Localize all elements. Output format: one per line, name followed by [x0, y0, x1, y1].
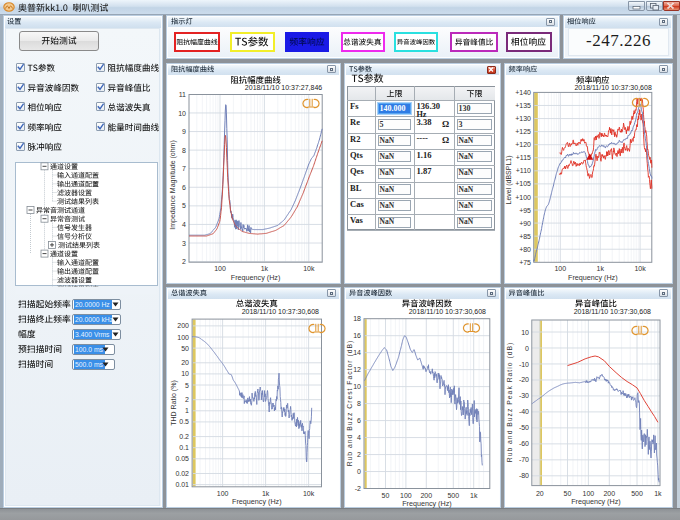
svg-text:1k: 1k	[261, 265, 269, 272]
svg-text:0.1: 0.1	[179, 444, 189, 451]
svg-text:-10: -10	[519, 361, 529, 368]
svg-text:Impedance Magnitude (ohm): Impedance Magnitude (ohm)	[169, 140, 177, 230]
svg-text:+130: +130	[515, 115, 531, 122]
svg-text:200: 200	[420, 492, 432, 499]
svg-text:0.01: 0.01	[175, 481, 189, 488]
svg-text:-20: -20	[519, 376, 529, 383]
svg-text:Frequency (Hz): Frequency (Hz)	[568, 273, 618, 282]
svg-text:10: 10	[353, 383, 361, 390]
svg-text:5: 5	[185, 382, 189, 389]
svg-text:+105: +105	[515, 180, 531, 187]
svg-text:10k: 10k	[303, 490, 315, 497]
svg-text:1k: 1k	[654, 490, 662, 497]
svg-text:2: 2	[182, 258, 186, 265]
svg-text:10k: 10k	[303, 265, 315, 272]
svg-text:8: 8	[357, 400, 361, 407]
svg-text:50: 50	[382, 492, 390, 499]
svg-text:0.2: 0.2	[179, 433, 189, 440]
svg-text:100: 100	[217, 490, 229, 497]
svg-text:3: 3	[182, 240, 186, 247]
svg-text:THD Ratio (%): THD Ratio (%)	[170, 380, 178, 426]
svg-text:500: 500	[631, 490, 643, 497]
svg-text:10k: 10k	[634, 265, 646, 272]
svg-text:Frequency (Hz): Frequency (Hz)	[232, 497, 282, 506]
svg-text:-50: -50	[519, 424, 529, 431]
svg-text:Rub and Buzz Peak Ratio (dB): Rub and Buzz Peak Ratio (dB)	[506, 342, 514, 463]
svg-text:1k: 1k	[470, 492, 478, 499]
svg-text:100: 100	[554, 265, 566, 272]
svg-text:6: 6	[182, 184, 186, 191]
svg-text:+75: +75	[519, 259, 531, 266]
svg-text:100: 100	[177, 334, 189, 341]
svg-text:5: 5	[182, 202, 186, 209]
svg-text:-30: -30	[519, 392, 529, 399]
svg-text:+85: +85	[519, 233, 531, 240]
svg-text:50: 50	[181, 345, 189, 352]
svg-text:16: 16	[353, 332, 361, 339]
svg-text:2018/11/10 10:37:30,608: 2018/11/10 10:37:30,608	[409, 308, 486, 315]
svg-text:100: 100	[400, 492, 412, 499]
svg-text:11: 11	[179, 91, 186, 98]
svg-text:0.5: 0.5	[179, 418, 189, 425]
svg-text:2: 2	[185, 396, 189, 403]
svg-text:-70: -70	[519, 456, 529, 463]
svg-text:1k: 1k	[262, 490, 270, 497]
svg-text:-2: -2	[355, 485, 361, 492]
svg-text:+115: +115	[516, 154, 531, 161]
svg-text:1k: 1k	[596, 265, 604, 272]
svg-text:20: 20	[536, 490, 544, 497]
svg-text:+140: +140	[515, 89, 531, 96]
svg-text:+110: +110	[516, 167, 531, 174]
svg-text:14: 14	[353, 349, 361, 356]
svg-text:10: 10	[521, 329, 529, 336]
svg-text:Frequency (Hz): Frequency (Hz)	[231, 273, 281, 282]
svg-text:+100: +100	[515, 194, 531, 201]
svg-text:Frequency (Hz): Frequency (Hz)	[402, 499, 452, 508]
svg-text:7: 7	[182, 165, 186, 172]
svg-text:2018/11/10 10:37:30,608: 2018/11/10 10:37:30,608	[242, 308, 319, 315]
svg-text:+120: +120	[515, 141, 531, 148]
svg-text:+125: +125	[515, 128, 531, 135]
svg-text:+135: +135	[515, 102, 531, 109]
svg-text:+95: +95	[519, 207, 531, 214]
svg-text:2018/11/10 10:37:30,608: 2018/11/10 10:37:30,608	[574, 84, 651, 91]
svg-text:0.05: 0.05	[175, 455, 189, 462]
svg-text:200: 200	[603, 490, 615, 497]
svg-text:200: 200	[177, 322, 189, 329]
svg-text:100: 100	[214, 265, 226, 272]
svg-text:10: 10	[178, 110, 186, 117]
svg-text:2: 2	[357, 451, 361, 458]
svg-text:Rub and Buzz Crest Factor (dB): Rub and Buzz Crest Factor (dB)	[346, 340, 354, 467]
svg-text:Frequency (Hz): Frequency (Hz)	[571, 497, 621, 506]
svg-text:1: 1	[185, 407, 189, 414]
svg-text:+80: +80	[519, 246, 531, 253]
svg-text:0.02: 0.02	[175, 470, 189, 477]
svg-text:4: 4	[357, 434, 361, 441]
svg-text:50: 50	[564, 490, 572, 497]
svg-text:2018/11/10 10:37:30,608: 2018/11/10 10:37:30,608	[574, 308, 651, 315]
svg-text:8: 8	[182, 147, 186, 154]
svg-text:0: 0	[357, 468, 361, 475]
svg-text:Level (dBSPL1): Level (dBSPL1)	[505, 155, 513, 204]
svg-text:-60: -60	[519, 440, 529, 447]
svg-text:100: 100	[583, 490, 595, 497]
svg-text:4: 4	[182, 221, 186, 228]
svg-text:12: 12	[353, 366, 361, 373]
svg-text:18: 18	[353, 315, 361, 322]
svg-text:500: 500	[447, 492, 459, 499]
svg-text:20: 20	[181, 359, 189, 366]
svg-text:10: 10	[181, 370, 189, 377]
svg-text:6: 6	[357, 417, 361, 424]
svg-text:0: 0	[525, 345, 529, 352]
svg-text:2018/11/10 10:37:27,846: 2018/11/10 10:37:27,846	[245, 84, 322, 91]
svg-text:9: 9	[182, 128, 186, 135]
svg-text:-40: -40	[519, 408, 529, 415]
svg-text:+90: +90	[519, 220, 531, 227]
svg-text:-80: -80	[519, 472, 529, 479]
